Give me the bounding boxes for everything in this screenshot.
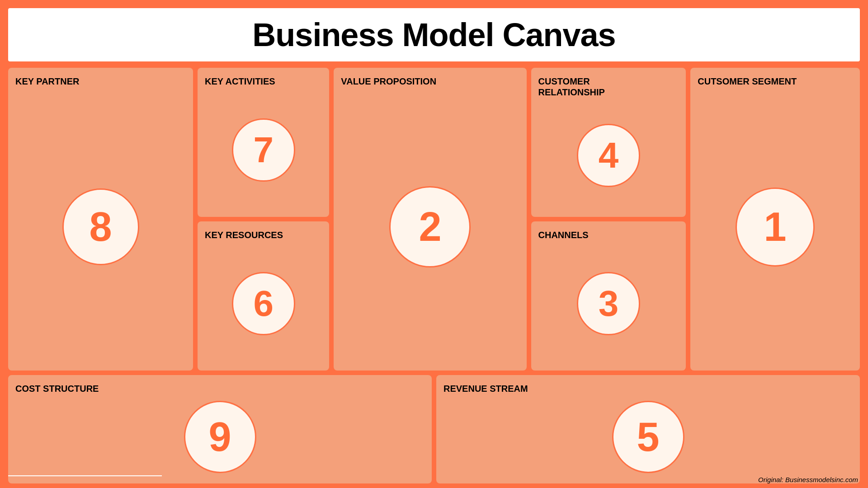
key-resources-circle-container: 6	[205, 242, 322, 365]
key-partner-circle: 8	[62, 188, 139, 265]
bottom-row: COST STRUCTURE 9 REVENUE STREAM 5	[8, 375, 860, 483]
cell-revenue-stream: REVENUE STREAM 5	[436, 375, 860, 483]
footer-credit: Original: Businessmodelsinc.com	[758, 476, 858, 483]
key-activities-circle-container: 7	[205, 89, 322, 211]
cell-customer-relationship: CUSTOMERRELATIONSHIP 4	[531, 68, 686, 217]
cell-cost-structure: COST STRUCTURE 9	[8, 375, 432, 483]
customer-segment-circle-container: 1	[698, 89, 853, 365]
key-partner-label: KEY PARTNER	[15, 76, 80, 87]
channels-circle-container: 3	[538, 242, 679, 365]
cost-structure-label: COST STRUCTURE	[15, 383, 99, 394]
key-resources-number: 6	[253, 283, 274, 324]
key-activities-circle: 7	[232, 118, 295, 182]
channels-number: 3	[599, 283, 619, 324]
middle-col: KEY ACTIVITIES 7 KEY RESOURCES 6	[198, 68, 329, 371]
cell-key-resources: KEY RESOURCES 6	[198, 221, 329, 371]
cell-key-partner: KEY PARTNER 8	[8, 68, 193, 371]
canvas-area: KEY PARTNER 8 KEY ACTIVITIES 7	[8, 68, 860, 483]
footer-line	[8, 475, 162, 476]
customer-relationship-circle-container: 4	[538, 99, 679, 211]
cr-channels-col: CUSTOMERRELATIONSHIP 4 CHANNELS 3	[531, 68, 686, 371]
cell-channels: CHANNELS 3	[531, 221, 686, 371]
customer-segment-circle: 1	[736, 188, 815, 267]
value-proposition-number: 2	[419, 204, 441, 250]
cell-value-proposition: VALUE PROPOSITION 2	[334, 68, 526, 371]
channels-circle: 3	[577, 272, 640, 335]
revenue-stream-circle-container: 5	[443, 396, 853, 478]
customer-relationship-circle: 4	[577, 124, 640, 187]
cost-structure-circle-container: 9	[15, 396, 425, 478]
customer-relationship-number: 4	[599, 135, 619, 176]
page-title: Business Model Canvas	[252, 16, 615, 53]
cost-structure-number: 9	[208, 414, 231, 460]
customer-segment-label: CUTSOMER SEGMENT	[698, 76, 797, 87]
key-activities-label: KEY ACTIVITIES	[205, 76, 275, 87]
cost-structure-circle: 9	[184, 401, 256, 473]
key-resources-circle: 6	[232, 272, 295, 335]
cell-customer-segment: CUTSOMER SEGMENT 1	[690, 68, 860, 371]
revenue-stream-label: REVENUE STREAM	[443, 383, 528, 394]
customer-segment-number: 1	[764, 204, 787, 250]
key-activities-number: 7	[253, 129, 274, 171]
top-row: KEY PARTNER 8 KEY ACTIVITIES 7	[8, 68, 860, 371]
cell-key-activities: KEY ACTIVITIES 7	[198, 68, 329, 217]
customer-relationship-label: CUSTOMERRELATIONSHIP	[538, 76, 605, 98]
value-proposition-label: VALUE PROPOSITION	[341, 76, 436, 87]
value-proposition-circle-container: 2	[341, 89, 519, 365]
key-partner-circle-container: 8	[15, 89, 186, 365]
key-resources-label: KEY RESOURCES	[205, 230, 283, 240]
revenue-stream-number: 5	[637, 414, 659, 460]
revenue-stream-circle: 5	[612, 401, 684, 473]
value-proposition-circle: 2	[389, 186, 471, 267]
key-partner-number: 8	[89, 204, 112, 250]
title-bar: Business Model Canvas	[8, 8, 860, 61]
channels-label: CHANNELS	[538, 230, 589, 240]
page-wrapper: Business Model Canvas KEY PARTNER 8 KEY …	[0, 0, 868, 488]
